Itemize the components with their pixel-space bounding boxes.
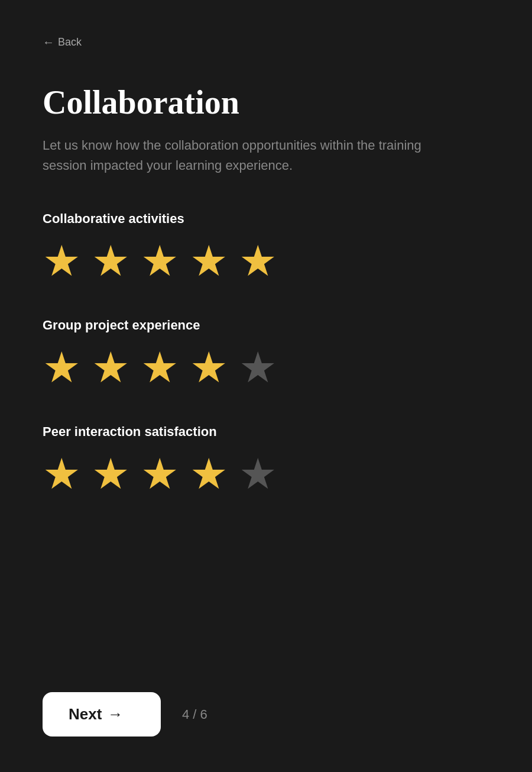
star-3-group-project[interactable]: ★ bbox=[141, 346, 179, 389]
stars-peer-interaction: ★ ★ ★ ★ ★ bbox=[43, 453, 489, 495]
rating-label-peer-interaction: Peer interaction satisfaction bbox=[43, 424, 489, 440]
star-2-collaborative[interactable]: ★ bbox=[92, 240, 130, 282]
star-5-peer-interaction[interactable]: ★ bbox=[239, 453, 277, 495]
rating-section-peer-interaction: Peer interaction satisfaction ★ ★ ★ ★ ★ bbox=[43, 424, 489, 495]
back-button[interactable]: ← Back bbox=[43, 35, 82, 49]
next-arrow-icon: → bbox=[108, 705, 123, 723]
page-description: Let us know how the collaboration opport… bbox=[43, 135, 468, 176]
star-3-collaborative[interactable]: ★ bbox=[141, 240, 179, 282]
bottom-bar: Next → 4 / 6 bbox=[43, 668, 489, 737]
star-1-group-project[interactable]: ★ bbox=[43, 346, 81, 389]
rating-section-collaborative-activities: Collaborative activities ★ ★ ★ ★ ★ bbox=[43, 211, 489, 282]
star-4-collaborative[interactable]: ★ bbox=[190, 240, 228, 282]
star-1-peer-interaction[interactable]: ★ bbox=[43, 453, 81, 495]
next-label: Next bbox=[69, 705, 102, 723]
star-3-peer-interaction[interactable]: ★ bbox=[141, 453, 179, 495]
page-counter: 4 / 6 bbox=[182, 707, 207, 722]
star-2-peer-interaction[interactable]: ★ bbox=[92, 453, 130, 495]
page-title: Collaboration bbox=[43, 85, 489, 121]
next-button[interactable]: Next → bbox=[43, 692, 161, 737]
page-container: ← Back Collaboration Let us know how the… bbox=[0, 0, 532, 772]
stars-collaborative-activities: ★ ★ ★ ★ ★ bbox=[43, 240, 489, 282]
star-5-group-project[interactable]: ★ bbox=[239, 346, 277, 389]
back-label: Back bbox=[58, 36, 82, 49]
rating-section-group-project: Group project experience ★ ★ ★ ★ ★ bbox=[43, 318, 489, 389]
star-5-collaborative[interactable]: ★ bbox=[239, 240, 277, 282]
star-4-group-project[interactable]: ★ bbox=[190, 346, 228, 389]
star-2-group-project[interactable]: ★ bbox=[92, 346, 130, 389]
back-arrow-icon: ← bbox=[43, 35, 54, 49]
stars-group-project: ★ ★ ★ ★ ★ bbox=[43, 346, 489, 389]
star-1-collaborative[interactable]: ★ bbox=[43, 240, 81, 282]
rating-label-collaborative-activities: Collaborative activities bbox=[43, 211, 489, 227]
rating-label-group-project: Group project experience bbox=[43, 318, 489, 333]
star-4-peer-interaction[interactable]: ★ bbox=[190, 453, 228, 495]
